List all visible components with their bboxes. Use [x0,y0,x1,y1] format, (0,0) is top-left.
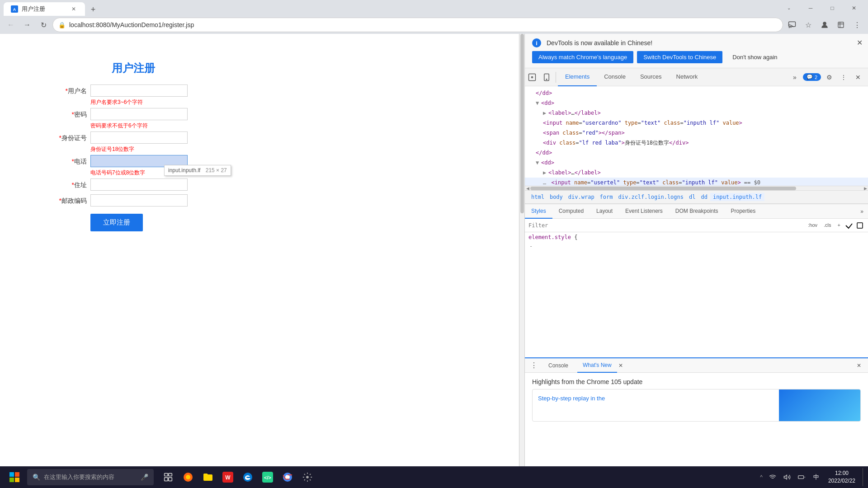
styles-filter-input[interactable] [528,222,802,229]
close-button[interactable]: ✕ [844,0,864,16]
html-line: <span class="red"></span> [525,128,868,138]
settings-button[interactable]: ⚙ [823,71,835,84]
styles-tabs-more[interactable]: » [856,204,868,218]
firefox-button[interactable] [179,468,197,486]
username-row: *用户名 [54,84,212,97]
breadcrumb-dd[interactable]: dd [698,193,710,201]
styles-tab-dom-breakpoints[interactable]: DOM Breakpoints [669,204,725,219]
whats-new-tab[interactable]: What's New [577,358,617,373]
wps-button[interactable]: W [219,468,237,486]
toggle-dark-mode-button[interactable] [855,221,864,230]
maximize-button[interactable]: □ [822,0,843,16]
taskview-button[interactable] [159,468,177,486]
submit-button[interactable]: 立即注册 [90,214,143,231]
bookmark-button[interactable]: ☆ [801,18,816,32]
whats-new-header: ⋮ Console What's New ✕ ✕ [525,358,868,373]
sound-icon[interactable] [781,468,793,486]
dont-show-again-button[interactable]: Don't show again [726,51,783,63]
minimize-button[interactable]: ─ [800,0,821,16]
devtools-close-button[interactable]: ✕ [852,71,864,84]
profile-button[interactable] [817,18,832,32]
forward-button[interactable]: → [20,18,34,32]
more-tabs-button[interactable]: » [788,71,801,84]
hscroll-left[interactable]: ◀ [525,186,530,191]
new-tab-button[interactable]: + [87,3,99,16]
show-desktop-button[interactable] [863,468,864,486]
expand-arrow[interactable]: ▼ [536,159,541,167]
breadcrumb-divlogin[interactable]: div.zclf.login.logns [616,193,687,201]
username-input[interactable] [90,84,188,97]
whats-new-dots-button[interactable]: ⋮ [528,360,539,371]
password-input[interactable] [90,108,188,120]
element-picker-button[interactable] [525,68,539,86]
styles-tab-properties[interactable]: Properties [725,204,762,219]
chrome-button[interactable] [278,468,297,486]
banner-close-button[interactable]: ✕ [857,38,863,47]
back-button[interactable]: ← [4,18,18,32]
device-toggle-button[interactable] [539,68,554,86]
tab-elements[interactable]: Elements [558,68,597,86]
elements-hscrollbar[interactable]: ◀ ▶ [525,186,868,190]
styles-tab-event-listeners[interactable]: Event Listeners [619,204,669,219]
comment-icon: 💬 [807,74,813,80]
expand-arrow[interactable]: ▶ [543,169,548,177]
styles-tab-computed[interactable]: Computed [552,204,590,219]
more-options-button[interactable]: ⋮ [837,71,850,84]
tab-console[interactable]: Console [597,68,633,86]
hov-button[interactable]: :hov [806,221,820,230]
svg-rect-11 [9,478,14,482]
whats-new-tab-close[interactable]: ✕ [617,362,624,369]
breadcrumb-form[interactable]: form [597,193,616,201]
banner-row2: Always match Chrome's language Switch De… [532,51,861,63]
cls-button[interactable]: .cls [821,221,834,230]
expand-arrow[interactable]: ▼ [536,99,541,107]
whats-new-panel-close[interactable]: ✕ [854,360,864,371]
devtools-app-button[interactable]: </> [259,468,277,486]
clock[interactable]: 12:00 2022/02/22 [825,469,859,485]
html-line: ▶<label>…</label> [525,108,868,118]
breadcrumb-html[interactable]: html [528,193,547,201]
expand-arrow[interactable]: ▶ [543,109,548,117]
console-tab[interactable]: Console [543,358,574,373]
styles-tab-layout[interactable]: Layout [590,204,619,219]
add-style-button[interactable]: + [835,221,843,230]
address-input[interactable] [90,178,188,191]
dots-button[interactable]: … [543,179,546,186]
breadcrumb-divwrap[interactable]: div.wrap [566,193,597,201]
address-bar[interactable]: 🔒 localhost:8080/MyAuctionDemo1/register… [52,18,783,32]
idcard-input[interactable] [90,131,188,144]
hscroll-right[interactable]: ▶ [863,186,868,191]
tab-close-button[interactable]: ✕ [70,5,78,13]
battery-icon[interactable] [795,468,808,486]
match-language-button[interactable]: Always match Chrome's language [532,51,633,63]
comment-badge[interactable]: 💬 2 [803,73,821,81]
webpage-vscrollbar[interactable] [519,34,524,483]
breadcrumb-dl[interactable]: dl [686,193,698,201]
menu-button[interactable]: ⋮ [850,18,864,32]
banner-content: i DevTools is now available in Chinese! … [532,38,861,63]
svg-point-7 [546,79,547,80]
html-line-selected[interactable]: … <input name="usertel" type="text" clas… [525,178,868,186]
start-button[interactable] [4,468,25,486]
extensions-button[interactable] [834,18,848,32]
cast-button[interactable] [785,18,799,32]
tab-sources[interactable]: Sources [633,68,669,86]
styles-tab-styles[interactable]: Styles [525,204,552,219]
files-button[interactable] [199,468,217,486]
tab-list-button[interactable]: ⌄ [778,0,799,16]
settings-app-button[interactable] [298,468,316,486]
zipcode-input[interactable] [90,194,188,206]
show-hidden-icons-button[interactable]: ^ [758,474,764,480]
taskbar-search[interactable]: 🔍 在这里输入你要搜索的内容 🎤 [27,469,154,485]
breadcrumb-input[interactable]: input.inputh.lf [710,193,764,201]
edge-button[interactable] [239,468,257,486]
switch-to-chinese-button[interactable]: Switch DevTools to Chinese [637,51,722,63]
breadcrumb-body[interactable]: body [547,193,566,201]
network-icon[interactable] [766,468,779,486]
refresh-button[interactable]: ↻ [36,18,51,32]
active-tab[interactable]: A 用户注册 ✕ [4,2,85,16]
new-style-rule-button[interactable] [844,221,854,230]
whats-new-card-link[interactable]: Step-by-step replay in the [538,395,774,402]
language-indicator[interactable]: 中 [811,471,821,483]
tab-network[interactable]: Network [669,68,705,86]
